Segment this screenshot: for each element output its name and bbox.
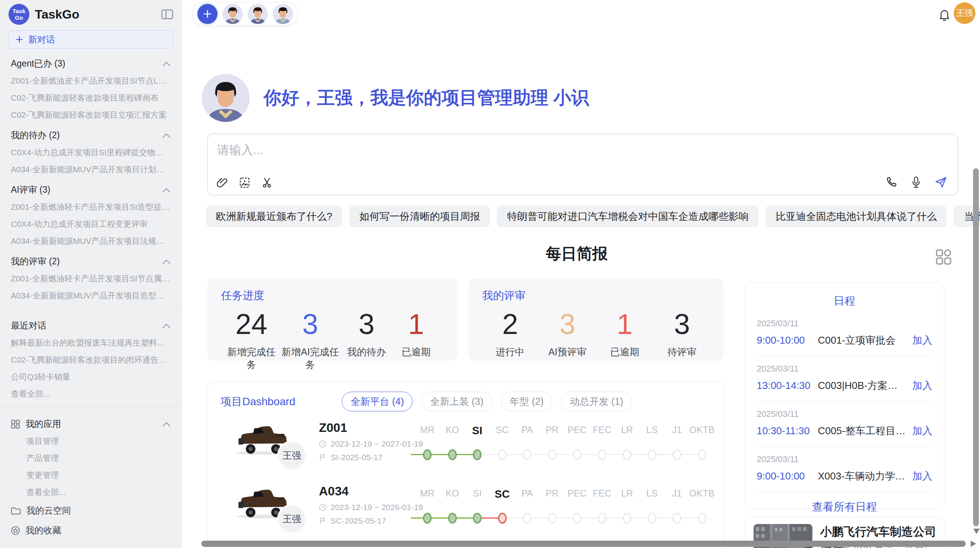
milestone-node[interactable] [473,449,481,460]
sidebar-app-item[interactable]: 产品管理 [9,450,173,467]
phone-icon[interactable] [886,176,898,188]
sidebar-recent-title[interactable]: 最近对话 [9,314,173,334]
milestone-node[interactable] [548,449,557,460]
session-avatar[interactable] [273,4,293,24]
event-join-link[interactable]: 加入 [912,334,932,347]
milestone-node[interactable] [498,513,507,524]
chat-input[interactable]: 请输入... [217,142,263,158]
milestone-node[interactable] [573,513,581,524]
milestone-node[interactable] [648,513,656,524]
milestone-node[interactable] [423,449,432,460]
sidebar-task-item[interactable]: Z001-全新燃油轻卡产品开发项目SI节点属性5D文件评审 [9,270,173,287]
sidebar-group-title[interactable]: AI评审 (3) [9,178,173,199]
dashboard-filter-chip[interactable]: 全新上装 (3) [421,392,492,411]
milestone-node[interactable] [623,449,631,460]
milestone-node[interactable] [548,513,557,524]
layout-grid-icon[interactable] [935,248,952,265]
dashboard-filter-chip[interactable]: 动总开发 (1) [561,392,632,411]
stat-value: 3 [543,310,592,339]
user-avatar[interactable]: 王强 [954,2,975,24]
sidebar-app-item[interactable]: 变更管理 [9,467,173,484]
sidebar-group-title[interactable]: 我的待办 (2) [9,123,173,144]
suggestion-chip[interactable]: 比亚迪全固态电池计划具体说了什么 [766,206,947,227]
sidebar-task-item[interactable]: C02-飞腾新能源轻客改款项目立项汇报方案 [9,106,173,123]
sidebar-group-title[interactable]: 我的评审 (2) [9,250,173,270]
sidebar-task-item[interactable]: Z001-全新燃油轻卡产品开发项目SI造型提交物评审 [9,199,173,216]
sidebar-task-item[interactable]: C02-飞腾新能源轻客改款项目里程碑画布 [9,89,173,106]
milestone-node[interactable] [498,449,507,460]
suggestion-chip[interactable]: 特朗普可能对进口汽车增税会对中国车企造成哪些影响 [497,206,759,227]
dashboard-filter-chip[interactable]: 年型 (2) [501,392,553,411]
project-owner-badge: 王强 [277,504,307,534]
milestone-node[interactable] [473,513,481,524]
recent-chat-item[interactable]: 查看全部... [9,385,173,402]
microphone-icon[interactable] [910,176,922,188]
recent-chat-item[interactable]: C02-飞腾新能源轻客改款项目的闭环通告反馈情况 [9,351,173,368]
event-date: 2025/03/11 [757,364,932,374]
greeting-section: 你好，王强，我是你的项目管理助理 小识 [202,74,589,122]
event-row: 9:00-10:00C001-立项审批会加入 [757,334,932,347]
milestone-node[interactable] [698,449,706,460]
session-avatar[interactable] [248,4,268,24]
plus-icon [15,35,24,44]
picture-icon[interactable] [239,177,250,188]
new-session-button[interactable] [197,4,218,24]
send-icon[interactable] [934,176,947,188]
scroll-down-arrow-icon[interactable] [973,529,980,534]
sidebar-group-title[interactable]: Agent已办 (3) [9,52,173,72]
milestone-node[interactable] [448,513,457,524]
sidebar-task-item[interactable]: Z001-全新燃油皮卡产品开发项目SI节点Lesson Learn报告 [9,72,173,89]
view-all-schedule-link[interactable]: 查看所有日程 [745,500,944,514]
sidebar-app-item[interactable]: 项目管理 [9,433,173,450]
session-avatar[interactable] [223,4,243,24]
milestone-node[interactable] [673,513,681,524]
flag-text: SI-2025-05-17 [331,453,382,462]
event-time: 9:00-10:00 [757,334,818,346]
suggestion-chip[interactable]: 欧洲新规最近颁布了什么? [206,206,342,227]
milestone-node[interactable] [573,449,581,460]
milestone-node[interactable] [598,449,607,460]
sidebar-task-item[interactable]: C0X4-动力总成开发项目SI里程碑提交物检查 [9,144,173,161]
scroll-right-arrow-icon[interactable] [971,541,976,547]
scissors-icon[interactable] [261,177,273,188]
event-time: 13:00-14:30 [757,380,818,392]
milestone-node[interactable] [648,449,656,460]
horizontal-scrollbar[interactable] [201,541,966,547]
milestone-node[interactable] [423,513,432,524]
recent-chat-item[interactable]: 解释最新出台的欧盟报废车法规再生塑料比例被调至15%... [9,334,173,351]
assistant-avatar [202,74,250,122]
milestone-node[interactable] [598,513,607,524]
event-join-link[interactable]: 加入 [912,469,932,483]
main-area: 王强 你好，王强，我是你的项目管理助理 小识 请输入... 欧洲新规最近颁布了什… [182,0,980,548]
sidebar-link[interactable]: 我的收藏 [9,521,173,540]
sidebar-apps-title[interactable]: 我的应用 [9,412,173,433]
composer-right-tools [886,176,947,188]
event-join-link[interactable]: 加入 [912,424,932,438]
sidebar-task-item[interactable]: A034-全新新能源MUV产品开发项目造型可行性评审 [9,287,173,304]
sidebar-task-item[interactable]: A034-全新新能源MUV产品开发项目法规符合性评审 [9,233,173,250]
group-title-label: AI评审 (3) [11,184,50,196]
milestone-node[interactable] [523,449,531,460]
milestone-node[interactable] [673,449,681,460]
milestone-node[interactable] [698,513,706,524]
attachment-icon[interactable] [216,177,228,188]
recent-chat-item[interactable]: 公司Q3轻卡销量 [9,368,173,385]
sidebar-link[interactable]: 我的云空间 [9,501,173,521]
new-chat-button[interactable]: 新对话 [9,30,173,49]
milestone-node[interactable] [448,449,457,460]
chevron-up-icon [162,187,171,193]
sidebar-task-item[interactable]: C0X4-动力总成开发项目工程变更评审 [9,216,173,233]
suggestion-chip[interactable]: 如何写一份清晰的项目周报 [349,206,490,227]
milestone-label: MR [420,425,434,435]
group-title-label: 我的待办 (2) [11,129,60,141]
notifications-bell-icon[interactable] [938,9,951,22]
sidebar-app-item[interactable]: 查看全部... [9,484,173,501]
session-avatars [223,4,293,24]
sidebar-task-item[interactable]: A034-全新新能源MUV产品开发项目计划变更表编写 [9,161,173,178]
dashboard-filter-chip[interactable]: 全新平台 (4) [342,392,413,411]
vertical-scrollbar[interactable] [973,168,979,526]
milestone-node[interactable] [623,513,631,524]
event-join-link[interactable]: 加入 [912,379,932,392]
milestone-node[interactable] [523,513,531,524]
collapse-sidebar-icon[interactable] [161,9,173,19]
